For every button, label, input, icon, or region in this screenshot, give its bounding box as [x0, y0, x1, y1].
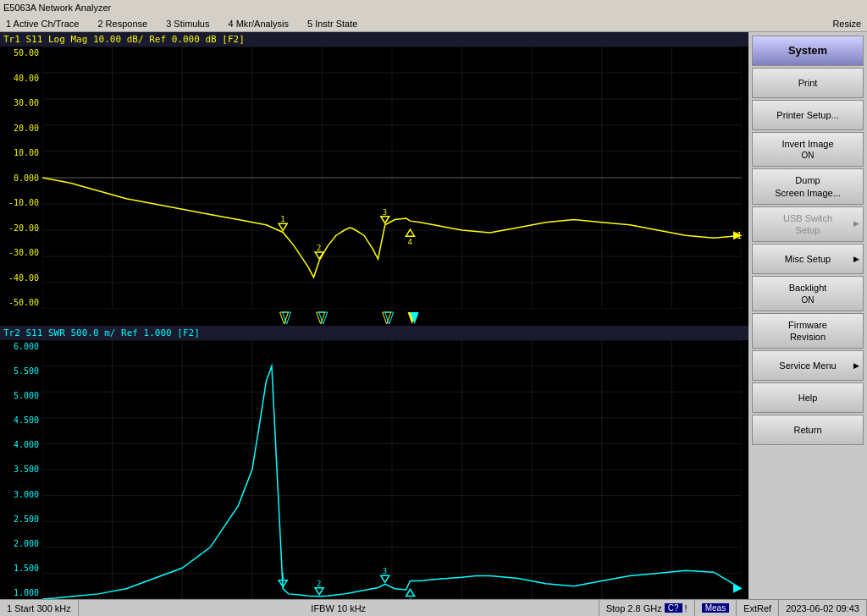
sidebar-title: System [752, 36, 864, 66]
bottom-chart-canvas [42, 340, 742, 599]
invert-image-button[interactable]: Invert ImageON [752, 132, 864, 167]
menu-mkr-analysis[interactable]: 4 Mkr/Analysis [225, 18, 291, 30]
menu-stimulus[interactable]: 3 Stimulus [163, 18, 212, 30]
title-bar: E5063A Network Analyzer [0, 0, 867, 15]
menu-active-ch-trace[interactable]: 1 Active Ch/Trace [3, 18, 81, 30]
backlight-button[interactable]: BacklightON [752, 276, 864, 311]
sidebar: System Print Printer Setup... Invert Ima… [748, 32, 867, 599]
status-extref: ExtRef [737, 600, 779, 616]
top-trace-header: Tr1 S11 Log Mag 10.00 dB/ Ref 0.000 dB [… [0, 32, 748, 47]
bottom-y-labels: 6.000 5.500 5.000 4.500 4.000 3.500 3.00… [0, 340, 42, 599]
status-badge-c: C? [665, 603, 682, 613]
meas-badge: Meas [702, 603, 729, 613]
print-button[interactable]: Print [752, 68, 864, 98]
marker-canvas [42, 309, 745, 326]
menu-instr-state[interactable]: 5 Instr State [305, 18, 360, 30]
firmware-revision-button[interactable]: FirmwareRevision [752, 313, 864, 349]
service-menu-button[interactable]: Service Menu [752, 350, 864, 381]
resize-button[interactable]: Resize [830, 18, 864, 30]
status-stop: Stop 2.8 GHz C? ! [599, 600, 695, 616]
usb-switch-button[interactable]: USB SwitchSetup [752, 206, 864, 243]
bottom-trace-header: Tr2 S11 SWR 500.0 m/ Ref 1.000 [F2] [0, 326, 748, 340]
status-datetime: 2023-06-02 09:43 [779, 600, 867, 616]
status-meas: Meas [695, 600, 737, 616]
status-ifbw: IFBW 10 kHz [79, 600, 599, 616]
misc-setup-button[interactable]: Misc Setup [752, 244, 864, 274]
main-layout: Tr1 S11 Log Mag 10.00 dB/ Ref 0.000 dB [… [0, 32, 867, 599]
menu-response[interactable]: 2 Response [95, 18, 150, 30]
help-button[interactable]: Help [752, 382, 864, 413]
marker-divider [0, 309, 748, 326]
status-bar: 1 Start 300 kHz IFBW 10 kHz Stop 2.8 GHz… [0, 599, 867, 616]
printer-setup-button[interactable]: Printer Setup... [752, 100, 864, 130]
menu-bar: 1 Active Ch/Trace 2 Response 3 Stimulus … [0, 15, 867, 32]
top-y-labels: 50.00 40.00 30.00 20.00 10.00 0.000 -10.… [0, 47, 42, 309]
chart-bottom: 6.000 5.500 5.000 4.500 4.000 3.500 3.00… [0, 340, 748, 599]
app-title: E5063A Network Analyzer [3, 3, 111, 13]
top-canvas [42, 47, 742, 309]
chart-area: Tr1 S11 Log Mag 10.00 dB/ Ref 0.000 dB [… [0, 32, 748, 599]
return-button[interactable]: Return [752, 415, 864, 445]
chart-top: 50.00 40.00 30.00 20.00 10.00 0.000 -10.… [0, 47, 748, 309]
bottom-canvas [42, 340, 742, 599]
top-chart-canvas [42, 47, 742, 309]
dump-screen-button[interactable]: DumpScreen Image... [752, 168, 864, 205]
status-start: 1 Start 300 kHz [0, 600, 79, 616]
